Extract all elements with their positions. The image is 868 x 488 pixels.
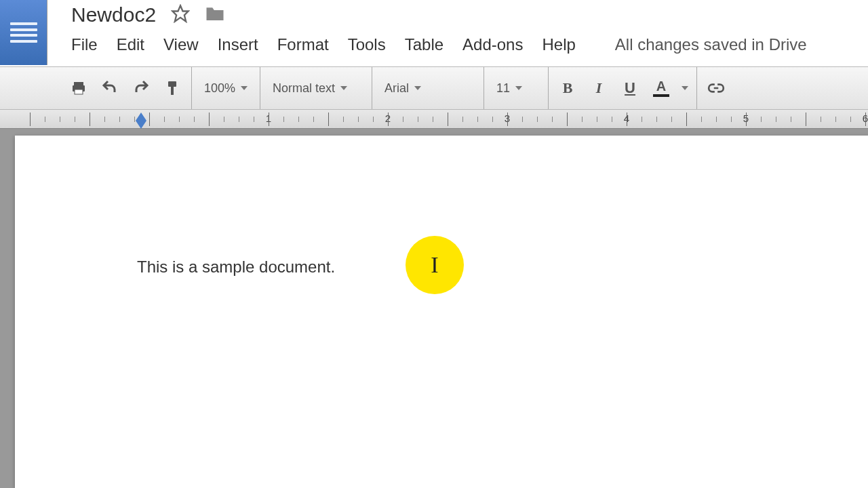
ruler-tick: [358, 117, 359, 122]
ruler-tick: [328, 113, 329, 126]
menu-edit[interactable]: Edit: [117, 35, 144, 54]
ruler-tick: [269, 113, 269, 126]
toolbar: 100% Normal text Arial 11 B I U A: [0, 66, 868, 110]
font-dropdown[interactable]: Arial: [380, 81, 475, 96]
title-row: Newdoc2: [71, 1, 225, 28]
menu-help[interactable]: Help: [542, 35, 575, 54]
ruler-tick: [209, 113, 210, 126]
ruler-tick: [373, 117, 374, 122]
ruler-tick: [418, 117, 418, 122]
ruler-tick: [194, 117, 195, 122]
ruler-tick: [492, 117, 493, 122]
document-area: This is a sample document.: [0, 129, 868, 488]
link-button[interactable]: [705, 77, 727, 99]
ruler-tick: [298, 117, 299, 122]
svg-rect-4: [168, 81, 176, 87]
ruler-tick: [477, 117, 478, 122]
menu-view[interactable]: View: [163, 35, 199, 54]
ruler-tick: [791, 117, 791, 122]
ruler-tick: [865, 113, 866, 126]
folder-icon[interactable]: [205, 5, 225, 25]
menu-tools[interactable]: Tools: [348, 35, 386, 54]
ruler-tick: [104, 117, 105, 122]
cursor-highlight: I: [406, 236, 464, 294]
ruler-tick: [656, 117, 657, 122]
ruler-tick: [612, 117, 612, 122]
text-cursor-icon: I: [431, 252, 438, 278]
ruler-tick: [716, 117, 717, 122]
ruler-tick: [45, 117, 45, 122]
ruler-tick: [850, 117, 851, 122]
bold-button[interactable]: B: [557, 77, 578, 99]
ruler-tick: [686, 113, 687, 126]
chevron-down-icon: [241, 86, 248, 90]
ruler-tick: [254, 117, 254, 122]
menu-format[interactable]: Format: [277, 35, 329, 54]
ruler-tick: [149, 113, 150, 126]
star-icon[interactable]: [171, 4, 190, 26]
ruler-tick: [343, 117, 344, 122]
style-value: Normal text: [273, 81, 335, 96]
paint-format-button[interactable]: [161, 77, 183, 99]
ruler-tick: [522, 117, 523, 122]
indent-marker-bottom[interactable]: [136, 121, 146, 129]
style-dropdown[interactable]: Normal text: [269, 81, 363, 96]
undo-button[interactable]: [99, 77, 121, 99]
ruler-tick: [134, 117, 135, 122]
horizontal-ruler[interactable]: 123456: [0, 110, 868, 129]
ruler-tick: [90, 113, 90, 126]
menu-file[interactable]: File: [71, 35, 98, 54]
ruler-tick: [582, 117, 583, 122]
ruler-tick: [642, 117, 642, 122]
save-status: All changes saved in Drive: [615, 35, 807, 54]
redo-button[interactable]: [130, 77, 152, 99]
chevron-down-icon: [414, 86, 421, 90]
ruler-tick: [835, 117, 836, 122]
svg-rect-1: [74, 82, 83, 85]
document-title[interactable]: Newdoc2: [71, 3, 156, 26]
zoom-dropdown[interactable]: 100%: [200, 81, 252, 96]
docs-app-icon[interactable]: [0, 0, 47, 65]
ruler-tick: [627, 113, 627, 126]
ruler-tick: [597, 117, 597, 122]
ruler-tick: [552, 117, 553, 122]
svg-marker-0: [172, 5, 188, 21]
ruler-tick: [119, 117, 120, 122]
ruler-tick: [776, 117, 776, 122]
ruler-tick: [283, 117, 284, 122]
text-color-button[interactable]: A: [650, 77, 672, 99]
document-page[interactable]: This is a sample document.: [15, 136, 868, 488]
menu-table[interactable]: Table: [405, 35, 443, 54]
ruler-tick: [30, 113, 31, 126]
font-value: Arial: [384, 81, 409, 96]
ruler-tick: [731, 117, 732, 122]
ruler-tick: [537, 117, 538, 122]
svg-rect-3: [75, 89, 83, 94]
ruler-tick: [761, 117, 762, 122]
document-body-text[interactable]: This is a sample document.: [137, 258, 335, 277]
fontsize-dropdown[interactable]: 11: [492, 81, 540, 96]
underline-button[interactable]: U: [619, 77, 641, 99]
docs-lines-icon: [10, 22, 37, 43]
ruler-tick: [567, 113, 568, 126]
menu-addons[interactable]: Add-ons: [462, 35, 523, 54]
ruler-tick: [179, 117, 180, 122]
italic-button[interactable]: I: [588, 77, 610, 99]
fontsize-value: 11: [496, 81, 510, 96]
ruler-tick: [806, 113, 806, 126]
menu-bar: File Edit View Insert Format Tools Table…: [71, 35, 807, 54]
chevron-down-icon[interactable]: [682, 86, 688, 90]
ruler-tick: [313, 117, 314, 122]
ruler-tick: [448, 113, 448, 126]
ruler-tick: [462, 117, 463, 122]
ruler-tick: [239, 117, 239, 122]
indent-marker-top[interactable]: [136, 113, 146, 121]
print-button[interactable]: [68, 77, 90, 99]
ruler-tick: [75, 117, 75, 122]
ruler-tick: [388, 113, 389, 126]
ruler-tick: [433, 117, 433, 122]
ruler-tick: [671, 117, 672, 122]
text-color-bar: [653, 94, 669, 97]
menu-insert[interactable]: Insert: [218, 35, 258, 54]
ruler-tick: [403, 117, 403, 122]
